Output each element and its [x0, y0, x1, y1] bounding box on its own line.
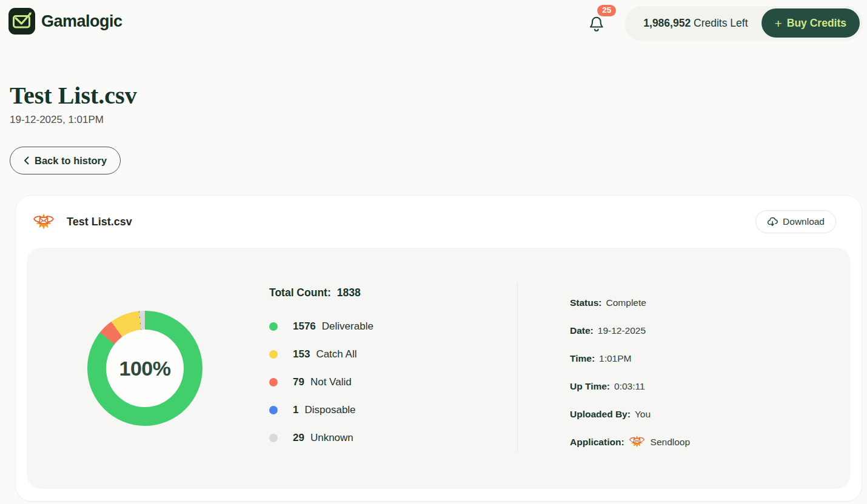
detail-row: Uploaded By:You — [570, 408, 690, 420]
buy-credits-button[interactable]: + Buy Credits — [762, 8, 860, 38]
sendloop-icon — [629, 436, 645, 448]
legend-dot — [269, 434, 278, 442]
notifications-button[interactable]: 25 — [588, 15, 604, 32]
detail-label: Uploaded By: — [570, 409, 631, 420]
page-subtitle: 19-12-2025, 1:01PM — [10, 114, 867, 126]
legend-label: Disposable — [304, 404, 355, 416]
legend-label: Not Valid — [310, 376, 352, 388]
legend-item: 1576Deliverable — [269, 320, 517, 333]
legend-value: 29 — [293, 432, 304, 444]
legend-item: 79Not Valid — [269, 376, 517, 389]
donut-chart: 100% — [87, 311, 203, 426]
file-name: Test List.csv — [67, 216, 755, 228]
detail-value: Complete — [606, 297, 646, 308]
details-panel: Status:CompleteDate:19-12-2025Time:1:01P… — [518, 248, 690, 489]
legend-item: 29Unknown — [269, 431, 517, 445]
detail-value: You — [635, 409, 651, 420]
detail-label: Up Time: — [570, 381, 610, 392]
legend-item: 1Disposable — [269, 403, 517, 417]
detail-row: Up Time:0:03:11 — [570, 380, 690, 393]
legend-dot — [269, 378, 278, 386]
legend-value: 153 — [293, 348, 310, 360]
back-to-history-button[interactable]: Back to history — [10, 147, 121, 174]
detail-label: Date: — [570, 325, 594, 336]
download-label: Download — [783, 216, 825, 227]
credits-value: 1,986,952 — [643, 17, 691, 29]
result-card: Test List.csv Download 100% — [15, 195, 862, 502]
card-header: Test List.csv Download — [16, 196, 862, 248]
legend-label: Catch All — [316, 348, 357, 360]
legend-label: Deliverable — [322, 320, 373, 333]
detail-row: Time:1:01PM — [570, 352, 690, 365]
detail-label: Status: — [570, 297, 602, 308]
cloud-download-icon — [767, 217, 778, 227]
chart-legend: Total Count:1838 1576Deliverable153Catch… — [269, 248, 517, 489]
total-count-label: Total Count: — [269, 287, 331, 299]
legend-value: 79 — [293, 376, 304, 388]
donut-center-label: 100% — [119, 357, 171, 380]
legend-dot — [269, 350, 278, 359]
notification-badge: 25 — [597, 5, 616, 16]
credits-left-text: 1,986,952 Credits Left — [643, 17, 748, 30]
detail-label: Application: — [570, 437, 624, 448]
detail-row: Status:Complete — [570, 296, 690, 309]
legend-label: Unknown — [310, 432, 353, 444]
buy-credits-label: Buy Credits — [787, 17, 846, 30]
detail-row: Date:19-12-2025 — [570, 324, 690, 337]
bell-icon — [588, 15, 604, 32]
detail-value: 19-12-2025 — [598, 325, 646, 336]
page-title: Test List.csv — [10, 82, 867, 109]
topbar-right: 25 1,986,952 Credits Left + Buy Credits — [588, 6, 862, 40]
plus-icon: + — [775, 17, 782, 30]
chart-column: 100% — [27, 248, 269, 489]
detail-row: Application: Sendloop — [570, 436, 690, 448]
gamalogic-logo-icon — [8, 8, 35, 35]
results-panel: 100% Total Count:1838 1576Deliverable153… — [27, 248, 851, 489]
chevron-left-icon — [24, 156, 29, 165]
download-button[interactable]: Download — [755, 210, 836, 233]
brand-name: Gamalogic — [41, 12, 122, 31]
legend-value: 1576 — [293, 320, 316, 333]
detail-value: 1:01PM — [599, 353, 631, 364]
legend-dot — [269, 322, 278, 331]
legend-item: 153Catch All — [269, 348, 517, 361]
topbar: Gamalogic 25 1,986,952 Credits Left + Bu… — [0, 0, 867, 45]
donut-hole: 100% — [106, 330, 184, 407]
total-count: Total Count:1838 — [269, 287, 517, 300]
legend-value: 1 — [293, 404, 298, 416]
main-content: Test List.csv 19-12-2025, 1:01PM Back to… — [0, 82, 867, 502]
back-to-history-label: Back to history — [35, 155, 107, 167]
credits-label: Credits Left — [691, 17, 748, 29]
total-count-value: 1838 — [337, 287, 361, 299]
legend-dot — [269, 406, 278, 414]
detail-label: Time: — [570, 353, 595, 364]
sendloop-icon — [33, 213, 55, 231]
detail-value: Sendloop — [651, 437, 691, 448]
brand[interactable]: Gamalogic — [8, 6, 122, 35]
detail-value: 0:03:11 — [614, 381, 645, 392]
credits-pill: 1,986,952 Credits Left + Buy Credits — [625, 6, 862, 40]
